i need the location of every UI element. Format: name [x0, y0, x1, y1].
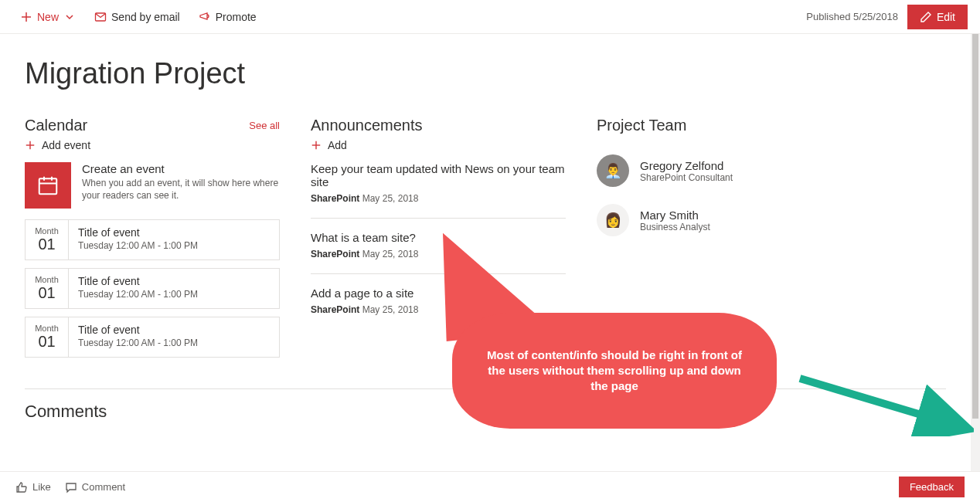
news-date: May 25, 2018 — [362, 304, 419, 315]
news-date: May 25, 2018 — [362, 193, 419, 204]
calendar-hero-title: Create an event — [82, 162, 280, 175]
edit-button[interactable]: Edit — [907, 5, 968, 29]
event-month: Month — [29, 226, 65, 236]
news-title: What is a team site? — [311, 231, 566, 244]
news-meta: SharePoint May 25, 2018 — [311, 249, 566, 259]
avatar: 👩 — [597, 204, 629, 236]
news-source: SharePoint — [311, 193, 359, 204]
calendar-header: Calendar See all — [25, 117, 280, 134]
new-button[interactable]: New — [12, 6, 83, 28]
event-time: Tuesday 12:00 AM - 1:00 PM — [78, 337, 198, 348]
team-member[interactable]: 👩 Mary Smith Business Analyst — [597, 204, 946, 236]
event-body: Title of event Tuesday 12:00 AM - 1:00 P… — [69, 269, 207, 308]
event-body: Title of event Tuesday 12:00 AM - 1:00 P… — [69, 317, 207, 357]
event-card[interactable]: Month 01 Title of event Tuesday 12:00 AM… — [25, 268, 280, 309]
plus-icon — [25, 140, 36, 151]
news-source: SharePoint — [311, 304, 359, 315]
bottom-bar-left: Like Comment — [15, 481, 125, 494]
news-item[interactable]: Keep your team updated with News on your… — [311, 162, 566, 219]
command-bar-left: New Send by email Promote — [12, 6, 264, 28]
event-date: Month 01 — [26, 269, 69, 308]
plus-icon — [311, 140, 322, 151]
avatar-glyph: 👨‍💼 — [604, 162, 621, 179]
event-card[interactable]: Month 01 Title of event Tuesday 12:00 AM… — [25, 219, 280, 260]
event-day: 01 — [29, 236, 65, 253]
event-date: Month 01 — [26, 220, 69, 259]
calendar-hero: Create an event When you add an event, i… — [25, 162, 280, 209]
content-columns: Calendar See all Add event Create an eve… — [25, 117, 946, 365]
avatar: 👨‍💼 — [597, 154, 629, 187]
page-body: Migration Project Calendar See all Add e… — [0, 34, 971, 471]
comment-label: Comment — [82, 481, 125, 493]
svg-rect-5 — [39, 178, 57, 194]
scrollbar-thumb[interactable] — [972, 34, 978, 419]
team-member-name: Mary Smith — [640, 209, 710, 222]
event-title: Title of event — [78, 275, 198, 287]
event-day: 01 — [29, 284, 65, 302]
send-by-email-label: Send by email — [111, 11, 180, 23]
team-section: Project Team 👨‍💼 Gregory Zelfond SharePo… — [597, 117, 946, 253]
comment-button[interactable]: Comment — [65, 481, 125, 494]
calendar-icon — [36, 174, 60, 197]
news-item[interactable]: What is a team site? SharePoint May 25, … — [311, 231, 566, 274]
news-date: May 25, 2018 — [362, 249, 419, 259]
calendar-hero-sub: When you add an event, it will show here… — [82, 177, 280, 202]
team-member-role: Business Analyst — [640, 222, 710, 232]
comment-icon — [65, 481, 77, 494]
event-title: Title of event — [78, 226, 198, 239]
plus-icon — [20, 11, 32, 23]
chevron-down-icon — [63, 11, 76, 23]
event-month: Month — [29, 275, 65, 284]
news-title: Add a page to a site — [311, 287, 566, 300]
news-meta: SharePoint May 25, 2018 — [311, 193, 566, 204]
like-button[interactable]: Like — [15, 481, 51, 494]
news-meta: SharePoint May 25, 2018 — [311, 304, 566, 315]
news-item[interactable]: Add a page to a site SharePoint May 25, … — [311, 287, 566, 329]
feedback-button[interactable]: Feedback — [899, 477, 965, 497]
add-announcement-button[interactable]: Add — [311, 139, 347, 151]
send-by-email-button[interactable]: Send by email — [87, 6, 188, 28]
published-date: Published 5/25/2018 — [806, 11, 898, 22]
add-event-button[interactable]: Add event — [25, 139, 90, 151]
team-member[interactable]: 👨‍💼 Gregory Zelfond SharePoint Consultan… — [597, 154, 946, 187]
news-title: Keep your team updated with News on your… — [311, 162, 566, 188]
event-time: Tuesday 12:00 AM - 1:00 PM — [78, 289, 198, 300]
announcements-header: Announcements — [311, 117, 566, 134]
event-title: Title of event — [78, 324, 198, 336]
team-member-text: Gregory Zelfond SharePoint Consultant — [640, 159, 733, 183]
event-day: 01 — [29, 333, 65, 351]
team-member-name: Gregory Zelfond — [640, 159, 733, 172]
page-title: Migration Project — [25, 57, 946, 90]
bottom-bar: Like Comment Feedback — [0, 471, 980, 502]
event-body: Title of event Tuesday 12:00 AM - 1:00 P… — [69, 220, 207, 259]
team-header: Project Team — [597, 117, 946, 134]
calendar-see-all[interactable]: See all — [249, 120, 280, 131]
calendar-section: Calendar See all Add event Create an eve… — [25, 117, 280, 365]
news-source: SharePoint — [311, 249, 359, 259]
scrollbar[interactable] — [971, 34, 980, 471]
promote-label: Promote — [216, 11, 257, 23]
new-button-label: New — [37, 11, 59, 23]
event-date: Month 01 — [26, 317, 69, 357]
edit-button-label: Edit — [937, 11, 955, 23]
calendar-heading: Calendar — [25, 117, 87, 134]
command-bar: New Send by email Promote Published 5/25… — [0, 0, 980, 34]
thumbs-up-icon — [15, 481, 28, 494]
event-month: Month — [29, 324, 65, 333]
promote-button[interactable]: Promote — [191, 6, 264, 28]
add-announcement-label: Add — [328, 139, 347, 151]
announcements-section: Announcements Add Keep your team updated… — [311, 117, 566, 341]
announcements-heading: Announcements — [311, 117, 423, 134]
command-bar-right: Published 5/25/2018 Edit — [806, 5, 968, 29]
avatar-glyph: 👩 — [604, 212, 621, 229]
like-label: Like — [32, 481, 51, 493]
team-heading: Project Team — [597, 117, 686, 134]
team-member-text: Mary Smith Business Analyst — [640, 209, 710, 232]
megaphone-icon — [199, 11, 211, 23]
mail-icon — [94, 11, 107, 23]
team-member-role: SharePoint Consultant — [640, 172, 733, 183]
calendar-hero-text: Create an event When you add an event, i… — [82, 162, 280, 209]
pencil-icon — [920, 11, 932, 23]
event-card[interactable]: Month 01 Title of event Tuesday 12:00 AM… — [25, 317, 280, 358]
calendar-hero-icon — [25, 162, 71, 209]
